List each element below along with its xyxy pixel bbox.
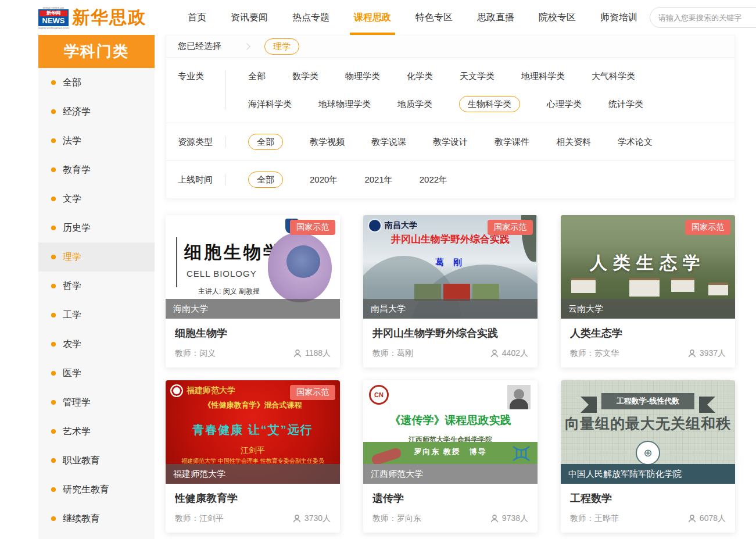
sidebar-item-philosophy[interactable]: 哲学 xyxy=(38,272,155,301)
nav-course-sizheng[interactable]: 课程思政 xyxy=(342,0,403,35)
filter-option[interactable]: 2020年 xyxy=(310,172,338,188)
course-grid: 国家示范 细胞生物学 CELL BIOLOGY 主讲人: 闵义 副教授 海南大学… xyxy=(166,215,735,533)
nav-home[interactable]: 首页 xyxy=(175,0,218,35)
filter-option[interactable]: 地质学类 xyxy=(397,96,432,112)
course-thumbnail[interactable]: CN 《遗传学》课程思政实践 江西师范大学生命科学学院 罗向东 教授 博导 江西… xyxy=(363,380,538,484)
house-shape xyxy=(571,278,596,293)
filter-option[interactable]: 物理学类 xyxy=(345,68,380,84)
filter-label: 资源类型 xyxy=(178,134,225,150)
filter-option-selected[interactable]: 生物科学类 xyxy=(459,96,520,112)
course-title[interactable]: 遗传学 xyxy=(372,491,528,505)
search-input[interactable] xyxy=(658,13,756,22)
filter-option[interactable]: 大气科学类 xyxy=(592,68,635,84)
course-teacher: 教师：葛刚 xyxy=(372,348,413,359)
sidebar-item-all[interactable]: 全部 xyxy=(38,68,155,97)
thumb-caption: 主讲人: 闵义 副教授 xyxy=(198,287,260,297)
filter-option[interactable]: 数学类 xyxy=(292,68,318,84)
bullet-icon xyxy=(51,226,56,230)
sidebar-item-continuing[interactable]: 继续教育 xyxy=(38,504,155,533)
divider xyxy=(176,237,177,287)
nav-news[interactable]: 资讯要闻 xyxy=(218,0,280,35)
course-teacher: 教师：闵义 xyxy=(175,348,216,359)
sidebar-item-management[interactable]: 管理学 xyxy=(38,388,155,417)
course-card[interactable]: 南昌大学 国家示范 井冈山生物学野外综合实践 葛 刚 南昌大学 井冈山生物学野外… xyxy=(363,215,538,367)
filter-option[interactable]: 心理学类 xyxy=(547,96,582,112)
sidebar-item-law[interactable]: 法学 xyxy=(38,126,155,155)
course-card[interactable]: 国家示范 福建师范大学 《性健康教育学》混合式课程 青春健康 让“艾”远行 江剑… xyxy=(166,380,340,533)
thumb-ribbon: 工程数学-线性代数 xyxy=(601,393,694,409)
nav-live[interactable]: 思政直播 xyxy=(465,0,526,35)
filter-option[interactable]: 学术论文 xyxy=(618,134,653,150)
filter-option-selected[interactable]: 全部 xyxy=(248,172,283,188)
nav-hot-topics[interactable]: 热点专题 xyxy=(280,0,342,35)
bullet-icon xyxy=(51,138,56,143)
sidebar-item-art[interactable]: 艺术学 xyxy=(38,417,155,446)
sidebar-item-engineering[interactable]: 工学 xyxy=(38,301,155,330)
bullet-icon xyxy=(51,197,56,201)
filter-option[interactable]: 统计学类 xyxy=(608,96,643,112)
thumb-teacher-name: 江剑平 xyxy=(166,445,340,456)
sidebar-item-agronomy[interactable]: 农学 xyxy=(38,330,155,359)
course-title[interactable]: 人类生态学 xyxy=(570,326,726,340)
sidebar-item-medicine[interactable]: 医学 xyxy=(38,359,155,388)
filter-option[interactable]: 地理科学类 xyxy=(521,68,565,84)
bullet-icon xyxy=(51,109,56,114)
discipline-sidebar: 学科门类 全部 经济学 法学 教育学 文学 历史学 理学 哲学 工学 农学 医学… xyxy=(38,35,155,539)
course-card[interactable]: CN 《遗传学》课程思政实践 江西师范大学生命科学学院 罗向东 教授 博导 江西… xyxy=(363,380,538,533)
bullet-icon xyxy=(51,516,56,521)
sidebar-item-economics[interactable]: 经济学 xyxy=(38,97,155,126)
course-title[interactable]: 井冈山生物学野外综合实践 xyxy=(372,326,528,340)
filter-option[interactable]: 教学说课 xyxy=(371,134,406,150)
site-logo[interactable]: www.news.cn 新华网 NEWS www.xinhuanet.com 新… xyxy=(38,6,155,30)
bullet-icon xyxy=(51,284,56,288)
course-thumbnail[interactable]: 南昌大学 国家示范 井冈山生物学野外综合实践 葛 刚 南昌大学 xyxy=(363,215,538,319)
course-thumbnail[interactable]: 国家示范 细胞生物学 CELL BIOLOGY 主讲人: 闵义 副教授 海南大学 xyxy=(166,215,340,319)
sidebar-item-science[interactable]: 理学 xyxy=(38,242,155,272)
user-icon xyxy=(490,349,499,358)
course-teacher: 教师：苏文华 xyxy=(570,348,619,359)
nav-special-zone[interactable]: 特色专区 xyxy=(403,0,465,35)
filter-option[interactable]: 教学设计 xyxy=(433,134,468,150)
filter-option[interactable]: 地球物理学类 xyxy=(318,96,371,112)
filter-row-time: 上线时间 全部 2020年 2021年 2022年 xyxy=(166,161,734,198)
search-box[interactable] xyxy=(650,7,756,28)
thumb-title: 人类生态学 xyxy=(561,251,735,275)
university-bar: 江西师范大学 xyxy=(363,464,538,484)
course-card[interactable]: 国家示范 细胞生物学 CELL BIOLOGY 主讲人: 闵义 副教授 海南大学… xyxy=(166,215,340,367)
cell-nucleus xyxy=(286,245,320,278)
course-card[interactable]: 国家示范 人类生态学 云南大学 人类生态学 教师：苏文华 3937人 xyxy=(561,215,735,367)
filter-option[interactable]: 教学视频 xyxy=(310,134,345,150)
sidebar-item-graduate[interactable]: 研究生教育 xyxy=(38,475,155,504)
course-title[interactable]: 细胞生物学 xyxy=(175,326,331,340)
course-thumbnail[interactable]: 国家示范 福建师范大学 《性健康教育学》混合式课程 青春健康 让“艾”远行 江剑… xyxy=(166,380,340,484)
national-demo-badge: 国家示范 xyxy=(290,385,335,400)
sidebar-item-education[interactable]: 教育学 xyxy=(38,155,155,184)
sidebar-item-literature[interactable]: 文学 xyxy=(38,184,155,213)
nav-teacher-training[interactable]: 师资培训 xyxy=(588,0,650,35)
thumb-subtitle: CELL BIOLOGY xyxy=(187,269,257,279)
course-card[interactable]: 工程数学-线性代数 向量组的最大无关组和秩 ⊕ 中国人民解放军陆军防化学院 工程… xyxy=(561,380,735,533)
user-icon xyxy=(292,514,302,523)
sidebar-item-vocational[interactable]: 职业教育 xyxy=(38,446,155,475)
filter-option[interactable]: 化学类 xyxy=(407,68,433,84)
filter-option[interactable]: 海洋科学类 xyxy=(248,96,292,112)
filter-option[interactable]: 教学课件 xyxy=(495,134,529,150)
filter-option-selected[interactable]: 全部 xyxy=(248,134,283,150)
course-title[interactable]: 工程数学 xyxy=(570,491,726,505)
filter-option[interactable]: 天文学类 xyxy=(460,68,495,84)
nav-college-zone[interactable]: 院校专区 xyxy=(526,0,588,35)
dna-icon xyxy=(511,444,532,463)
filter-option[interactable]: 2021年 xyxy=(364,172,392,188)
filter-option[interactable]: 2022年 xyxy=(420,172,447,188)
university-seal-icon: CN xyxy=(369,385,389,405)
bullet-icon xyxy=(51,400,56,405)
course-thumbnail[interactable]: 国家示范 人类生态学 云南大学 xyxy=(561,215,735,319)
course-title[interactable]: 性健康教育学 xyxy=(175,491,331,505)
course-thumbnail[interactable]: 工程数学-线性代数 向量组的最大无关组和秩 ⊕ 中国人民解放军陆军防化学院 xyxy=(561,380,735,484)
filter-option[interactable]: 全部 xyxy=(248,68,266,84)
portrait-body xyxy=(510,399,528,409)
selected-filter-tag[interactable]: 理学 xyxy=(264,38,299,55)
filter-option[interactable]: 相关资料 xyxy=(556,134,591,150)
enrollment-count: 6078人 xyxy=(687,513,726,524)
sidebar-item-history[interactable]: 历史学 xyxy=(38,213,155,242)
